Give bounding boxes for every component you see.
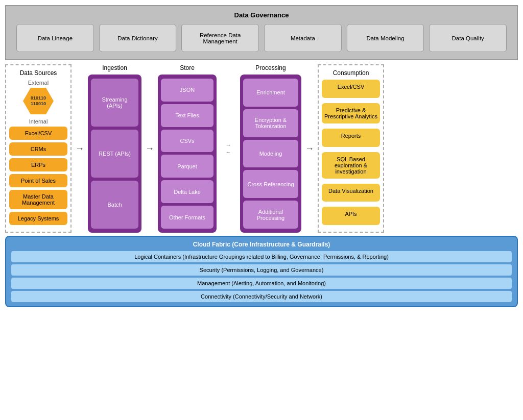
store-item-csvs: CSVs [161,130,213,153]
dg-box-data-lineage: Data Lineage [16,24,94,52]
consumption-boxes: Excel/CSV Predictive & Prescriptive Anal… [322,80,380,228]
processing-item-additional: Additional Processing [243,201,298,229]
processing-inner: Enrichment Encryption & Tokenization Mod… [240,75,301,233]
dg-box-metadata: Metadata [264,24,342,52]
ds-item-excel-csv: Excel/CSV [9,127,67,140]
consumption-label: Consumption [322,69,380,77]
ds-item-master-data-mgmt: Master Data Management [9,190,67,209]
cons-item-reports: Reports [322,129,380,147]
ingestion-item-batch: Batch [91,181,138,229]
ingestion-inner: Streaming (APIs) REST (APIs) Batch [88,75,141,233]
arrow-ingestion-to-store: → [145,64,155,233]
data-governance-boxes: Data Lineage Data Dictionary Reference D… [16,24,507,52]
ds-item-point-of-sales: Point of Sales [9,174,67,187]
external-hex-container: 010110 110010 [9,88,67,114]
ingestion-section: Ingestion Streaming (APIs) REST (APIs) B… [88,64,141,233]
data-governance-title: Data Governance [16,11,507,19]
consumption-section: Consumption Excel/CSV Predictive & Presc… [318,64,384,233]
processing-item-enrichment: Enrichment [243,79,298,107]
processing-label: Processing [240,64,301,71]
bidirectional-arrow-store-processing: → ← [220,64,237,233]
dg-box-reference-data-mgmt: Reference Data Management [181,24,259,52]
main-diagram-area: Data Sources External 010110 110010 Inte… [5,64,518,233]
external-label: External [9,80,67,86]
processing-item-modeling: Modeling [243,140,298,168]
dg-box-data-dictionary: Data Dictionary [99,24,177,52]
store-label: Store [158,64,217,71]
cf-row-management: Management (Alerting, Automation, and Mo… [11,278,512,289]
cons-item-sql-exploration: SQL Based exploration & investigation [322,152,380,179]
dg-box-data-quality: Data Quality [429,24,507,52]
ds-item-erps: ERPs [9,158,67,171]
arrow-ds-to-ingestion: → [75,64,85,233]
store-section: Store JSON Text Files CSVs Parquet Delta… [158,64,217,233]
cons-item-apis: APIs [322,207,380,225]
store-inner: JSON Text Files CSVs Parquet Delta Lake … [158,75,217,233]
cons-item-data-visualization: Data Visualization [322,184,380,202]
cf-row-connectivity: Connectivity (Connectivity/Security and … [11,291,512,302]
arrow-processing-to-consumption: → [304,64,315,233]
store-item-delta-lake: Delta Lake [161,180,213,203]
cloud-fabric-rows: Logical Containers (Infrastructure Group… [11,251,512,302]
ds-item-legacy-systems: Legacy Systems [9,212,67,225]
ds-item-crms: CRMs [9,142,67,156]
processing-item-cross-ref: Cross Referencing [243,170,298,198]
store-item-text-files: Text Files [161,104,213,127]
external-hexagon: 010110 110010 [23,88,54,114]
cloud-fabric-section: Cloud Fabric (Core Infrastructure & Guar… [5,236,518,307]
data-sources-label: Data Sources [9,69,67,77]
cons-item-excel-csv: Excel/CSV [322,80,380,98]
processing-section: Processing Enrichment Encryption & Token… [240,64,301,233]
cf-row-logical-containers: Logical Containers (Infrastructure Group… [11,251,512,262]
internal-label: Internal [9,118,67,125]
store-item-json: JSON [161,79,213,102]
dg-box-data-modeling: Data Modeling [347,24,424,52]
cf-row-security: Security (Permissions, Logging, and Gove… [11,264,512,276]
cloud-fabric-title: Cloud Fabric (Core Infrastructure & Guar… [11,241,512,248]
store-item-other-formats: Other Formats [161,206,213,229]
cons-item-predictive-analytics: Predictive & Prescriptive Analytics [322,103,380,123]
ingestion-label: Ingestion [88,64,141,71]
store-item-parquet: Parquet [161,155,213,178]
processing-item-encryption: Encryption & Tokenization [243,109,298,137]
ingestion-item-rest: REST (APIs) [91,130,138,178]
data-governance-section: Data Governance Data Lineage Data Dictio… [5,5,518,60]
data-sources-section: Data Sources External 010110 110010 Inte… [5,64,72,233]
ingestion-item-streaming: Streaming (APIs) [91,79,138,127]
